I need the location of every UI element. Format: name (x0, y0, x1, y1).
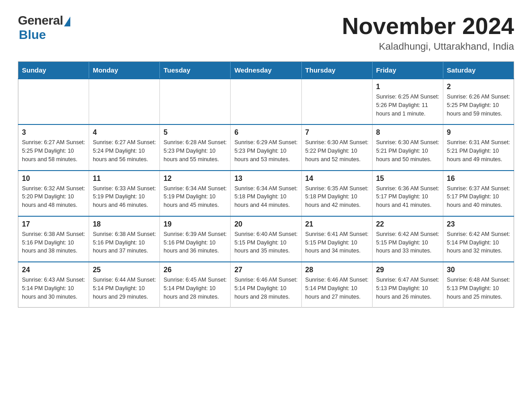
calendar-cell: 20Sunrise: 6:40 AM Sunset: 5:15 PM Dayli… (231, 216, 301, 262)
logo-blue-text: Blue (19, 28, 46, 42)
day-info: Sunrise: 6:46 AM Sunset: 5:14 PM Dayligh… (234, 276, 297, 301)
logo-general-text: General (18, 13, 63, 28)
calendar-cell: 11Sunrise: 6:33 AM Sunset: 5:19 PM Dayli… (89, 171, 160, 216)
day-info: Sunrise: 6:27 AM Sunset: 5:24 PM Dayligh… (93, 138, 156, 163)
day-number: 9 (447, 128, 510, 137)
day-info: Sunrise: 6:26 AM Sunset: 5:25 PM Dayligh… (447, 93, 510, 118)
day-info: Sunrise: 6:34 AM Sunset: 5:18 PM Dayligh… (234, 184, 297, 210)
day-number: 8 (376, 128, 439, 137)
day-number: 29 (376, 266, 439, 274)
calendar-cell: 4Sunrise: 6:27 AM Sunset: 5:24 PM Daylig… (89, 124, 160, 170)
calendar-week-row: 3Sunrise: 6:27 AM Sunset: 5:25 PM Daylig… (18, 124, 514, 170)
day-info: Sunrise: 6:42 AM Sunset: 5:14 PM Dayligh… (447, 230, 510, 255)
header-wednesday: Wednesday (231, 62, 301, 79)
calendar-cell: 24Sunrise: 6:43 AM Sunset: 5:14 PM Dayli… (18, 262, 89, 308)
day-number: 18 (93, 220, 156, 228)
calendar-week-row: 1Sunrise: 6:25 AM Sunset: 5:26 PM Daylig… (18, 79, 514, 124)
day-number: 4 (93, 128, 156, 137)
calendar-cell: 13Sunrise: 6:34 AM Sunset: 5:18 PM Dayli… (231, 171, 301, 216)
day-number: 6 (234, 128, 297, 137)
calendar-cell (160, 79, 231, 124)
day-number: 1 (376, 83, 439, 91)
calendar-cell: 19Sunrise: 6:39 AM Sunset: 5:16 PM Dayli… (160, 216, 231, 262)
day-number: 7 (305, 128, 369, 137)
title-block: November 2024 Kaladhungi, Uttarakhand, I… (342, 13, 514, 52)
calendar-cell: 22Sunrise: 6:42 AM Sunset: 5:15 PM Dayli… (372, 216, 443, 262)
calendar-cell: 18Sunrise: 6:38 AM Sunset: 5:16 PM Dayli… (89, 216, 160, 262)
calendar-week-row: 10Sunrise: 6:32 AM Sunset: 5:20 PM Dayli… (18, 171, 514, 216)
calendar-cell (301, 79, 372, 124)
day-number: 15 (376, 175, 439, 183)
logo-triangle-icon (64, 17, 70, 26)
day-info: Sunrise: 6:38 AM Sunset: 5:16 PM Dayligh… (22, 230, 85, 255)
day-info: Sunrise: 6:30 AM Sunset: 5:22 PM Dayligh… (305, 138, 369, 163)
day-number: 19 (163, 220, 227, 228)
day-number: 22 (376, 220, 439, 228)
day-info: Sunrise: 6:30 AM Sunset: 5:21 PM Dayligh… (376, 138, 439, 163)
day-number: 12 (163, 175, 227, 183)
calendar-cell: 2Sunrise: 6:26 AM Sunset: 5:25 PM Daylig… (443, 79, 514, 124)
day-info: Sunrise: 6:37 AM Sunset: 5:17 PM Dayligh… (447, 184, 510, 210)
day-info: Sunrise: 6:45 AM Sunset: 5:14 PM Dayligh… (163, 276, 227, 301)
calendar-cell: 30Sunrise: 6:48 AM Sunset: 5:13 PM Dayli… (443, 262, 514, 308)
day-number: 23 (447, 220, 510, 228)
day-info: Sunrise: 6:27 AM Sunset: 5:25 PM Dayligh… (22, 138, 85, 163)
day-info: Sunrise: 6:43 AM Sunset: 5:14 PM Dayligh… (22, 276, 85, 301)
calendar-cell: 8Sunrise: 6:30 AM Sunset: 5:21 PM Daylig… (372, 124, 443, 170)
day-info: Sunrise: 6:28 AM Sunset: 5:23 PM Dayligh… (163, 138, 227, 163)
calendar-cell: 7Sunrise: 6:30 AM Sunset: 5:22 PM Daylig… (301, 124, 372, 170)
day-info: Sunrise: 6:33 AM Sunset: 5:19 PM Dayligh… (93, 184, 156, 210)
day-info: Sunrise: 6:44 AM Sunset: 5:14 PM Dayligh… (93, 276, 156, 301)
day-info: Sunrise: 6:35 AM Sunset: 5:18 PM Dayligh… (305, 184, 369, 210)
calendar-cell: 28Sunrise: 6:46 AM Sunset: 5:14 PM Dayli… (301, 262, 372, 308)
calendar-cell: 6Sunrise: 6:29 AM Sunset: 5:23 PM Daylig… (231, 124, 301, 170)
calendar-cell: 27Sunrise: 6:46 AM Sunset: 5:14 PM Dayli… (231, 262, 301, 308)
day-number: 26 (163, 266, 227, 274)
calendar-cell: 29Sunrise: 6:47 AM Sunset: 5:13 PM Dayli… (372, 262, 443, 308)
day-number: 10 (22, 175, 85, 183)
header-thursday: Thursday (301, 62, 372, 79)
calendar-cell: 23Sunrise: 6:42 AM Sunset: 5:14 PM Dayli… (443, 216, 514, 262)
day-info: Sunrise: 6:42 AM Sunset: 5:15 PM Dayligh… (376, 230, 439, 255)
day-number: 25 (93, 266, 156, 274)
logo: General Blue (18, 13, 70, 42)
calendar-cell: 17Sunrise: 6:38 AM Sunset: 5:16 PM Dayli… (18, 216, 89, 262)
header-sunday: Sunday (18, 62, 89, 79)
day-info: Sunrise: 6:32 AM Sunset: 5:20 PM Dayligh… (22, 184, 85, 210)
calendar-cell (231, 79, 301, 124)
calendar-cell (18, 79, 89, 124)
calendar-table: SundayMondayTuesdayWednesdayThursdayFrid… (18, 61, 514, 308)
calendar-cell: 25Sunrise: 6:44 AM Sunset: 5:14 PM Dayli… (89, 262, 160, 308)
day-info: Sunrise: 6:34 AM Sunset: 5:19 PM Dayligh… (163, 184, 227, 210)
day-info: Sunrise: 6:29 AM Sunset: 5:23 PM Dayligh… (234, 138, 297, 163)
day-info: Sunrise: 6:46 AM Sunset: 5:14 PM Dayligh… (305, 276, 369, 301)
location-title: Kaladhungi, Uttarakhand, India (342, 41, 514, 52)
day-number: 24 (22, 266, 85, 274)
calendar-cell (89, 79, 160, 124)
day-number: 5 (163, 128, 227, 137)
day-info: Sunrise: 6:31 AM Sunset: 5:21 PM Dayligh… (447, 138, 510, 163)
calendar-week-row: 17Sunrise: 6:38 AM Sunset: 5:16 PM Dayli… (18, 216, 514, 262)
day-number: 21 (305, 220, 369, 228)
day-number: 14 (305, 175, 369, 183)
calendar-cell: 16Sunrise: 6:37 AM Sunset: 5:17 PM Dayli… (443, 171, 514, 216)
header-tuesday: Tuesday (160, 62, 231, 79)
day-number: 20 (234, 220, 297, 228)
calendar-cell: 1Sunrise: 6:25 AM Sunset: 5:26 PM Daylig… (372, 79, 443, 124)
day-info: Sunrise: 6:39 AM Sunset: 5:16 PM Dayligh… (163, 230, 227, 255)
day-info: Sunrise: 6:40 AM Sunset: 5:15 PM Dayligh… (234, 230, 297, 255)
day-info: Sunrise: 6:38 AM Sunset: 5:16 PM Dayligh… (93, 230, 156, 255)
day-number: 2 (447, 83, 510, 91)
calendar-cell: 21Sunrise: 6:41 AM Sunset: 5:15 PM Dayli… (301, 216, 372, 262)
day-number: 3 (22, 128, 85, 137)
header-friday: Friday (372, 62, 443, 79)
calendar-cell: 15Sunrise: 6:36 AM Sunset: 5:17 PM Dayli… (372, 171, 443, 216)
day-number: 13 (234, 175, 297, 183)
calendar-cell: 14Sunrise: 6:35 AM Sunset: 5:18 PM Dayli… (301, 171, 372, 216)
day-info: Sunrise: 6:36 AM Sunset: 5:17 PM Dayligh… (376, 184, 439, 210)
calendar-header-row: SundayMondayTuesdayWednesdayThursdayFrid… (18, 62, 514, 79)
day-number: 27 (234, 266, 297, 274)
calendar-cell: 9Sunrise: 6:31 AM Sunset: 5:21 PM Daylig… (443, 124, 514, 170)
calendar-week-row: 24Sunrise: 6:43 AM Sunset: 5:14 PM Dayli… (18, 262, 514, 308)
day-info: Sunrise: 6:41 AM Sunset: 5:15 PM Dayligh… (305, 230, 369, 255)
